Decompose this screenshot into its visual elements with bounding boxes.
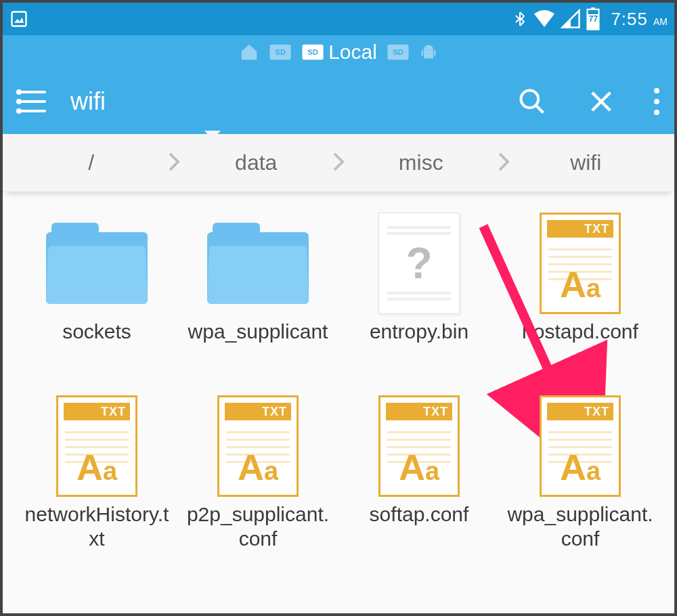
breadcrumb-wifi[interactable]: wifi <box>511 150 661 175</box>
search-icon[interactable] <box>516 85 548 118</box>
file-item[interactable]: ?entropy.bin <box>338 213 500 389</box>
folder-icon <box>207 213 309 314</box>
clock-time: 7:55 <box>611 9 648 30</box>
sd-tab-icon[interactable]: SD <box>269 43 292 61</box>
file-label: sockets <box>62 320 131 344</box>
svg-marker-1 <box>14 18 24 23</box>
txt-file-icon: TXTAa <box>46 395 148 497</box>
svg-rect-3 <box>592 7 596 9</box>
svg-rect-0 <box>12 12 26 26</box>
file-label: hostapd.conf <box>522 320 638 344</box>
file-label: wpa_supplicant <box>188 320 328 344</box>
svg-line-15 <box>536 106 544 113</box>
folder-item[interactable]: wpa_supplicant <box>177 213 338 389</box>
cell-signal-icon <box>561 9 581 29</box>
folder-item[interactable]: sockets <box>16 213 177 389</box>
file-item[interactable]: TXTAap2p_supplicant.conf <box>177 395 338 571</box>
svg-point-14 <box>521 91 539 108</box>
close-icon[interactable] <box>585 85 617 118</box>
storage-tab-strip: SD SD Local SD <box>3 35 674 69</box>
file-grid: socketswpa_supplicant?entropy.binTXTAaho… <box>3 192 674 613</box>
file-label: networkHistory.txt <box>22 502 171 551</box>
folder-icon <box>46 213 148 314</box>
svg-rect-12 <box>421 50 422 56</box>
home-tab-icon[interactable] <box>239 42 259 62</box>
sd-tab-icon-2[interactable]: SD <box>387 43 410 61</box>
search-input[interactable]: wifi <box>70 87 106 116</box>
file-label: wpa_supplicant.conf <box>506 502 655 551</box>
breadcrumb-data[interactable]: data <box>181 150 332 175</box>
txt-file-icon: TXTAa <box>207 395 309 497</box>
menu-list-icon[interactable] <box>18 91 46 112</box>
file-item[interactable]: TXTAasoftap.conf <box>338 395 500 571</box>
chevron-right-icon <box>331 152 346 175</box>
android-status-bar: 77 7:55 AM <box>3 3 674 35</box>
txt-file-icon: TXTAa <box>529 395 631 497</box>
file-item[interactable]: TXTAawpa_supplicant.conf <box>500 395 661 571</box>
breadcrumb-misc[interactable]: misc <box>346 150 496 175</box>
txt-file-icon: TXTAa <box>529 213 631 314</box>
local-tab[interactable]: SD Local <box>301 41 377 64</box>
app-bar: wifi <box>3 69 674 134</box>
chevron-right-icon <box>167 152 181 175</box>
battery-icon: 77 <box>585 7 601 30</box>
unknown-file-icon: ? <box>368 213 470 314</box>
file-item[interactable]: TXTAanetworkHistory.txt <box>16 395 177 571</box>
svg-text:SD: SD <box>275 48 286 56</box>
android-tab-icon[interactable] <box>419 42 438 62</box>
breadcrumb-root[interactable]: / <box>16 150 167 175</box>
svg-text:SD: SD <box>393 48 403 56</box>
svg-text:SD: SD <box>307 48 318 56</box>
wifi-icon <box>532 9 556 29</box>
chevron-right-icon <box>496 152 511 175</box>
overflow-menu-icon[interactable] <box>654 88 659 115</box>
txt-file-icon: TXTAa <box>368 395 470 497</box>
search-value: wifi <box>70 87 106 115</box>
picture-icon <box>9 9 28 28</box>
local-tab-label: Local <box>328 41 377 64</box>
clock-ampm: AM <box>653 16 668 27</box>
file-item[interactable]: TXTAahostapd.conf <box>500 213 661 389</box>
breadcrumb: / data misc wifi <box>3 134 674 192</box>
bluetooth-icon <box>512 9 528 29</box>
svg-rect-13 <box>434 50 435 56</box>
file-label: entropy.bin <box>370 320 468 344</box>
battery-percent: 77 <box>585 14 601 24</box>
file-label: softap.conf <box>370 502 469 527</box>
file-label: p2p_supplicant.conf <box>183 502 332 551</box>
svg-rect-11 <box>424 50 433 59</box>
